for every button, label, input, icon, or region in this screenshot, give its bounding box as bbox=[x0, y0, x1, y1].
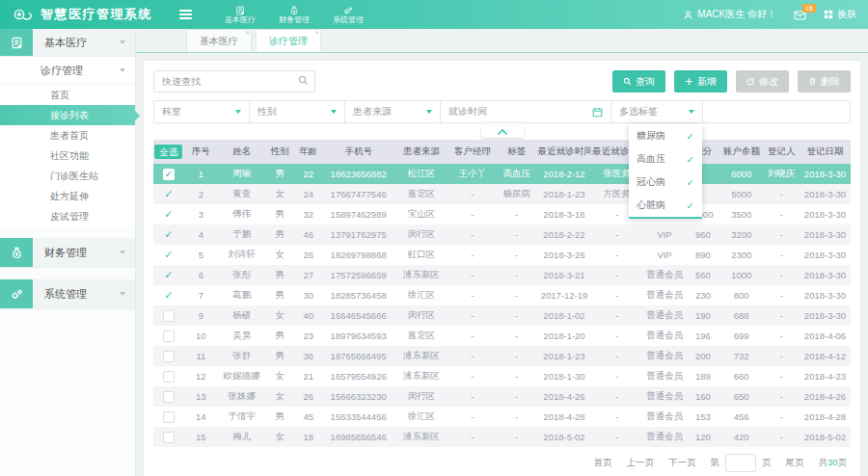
table-cell: 刘晓庆 bbox=[764, 164, 800, 184]
app-title: 智慧医疗管理系统 bbox=[41, 6, 152, 23]
patient-source-select[interactable]: 患者来源 bbox=[344, 100, 441, 123]
patient-source-label: 患者来源 bbox=[353, 105, 392, 119]
row-checkbox-checked[interactable]: ✓ bbox=[164, 228, 173, 240]
delete-button[interactable]: 删除 bbox=[798, 70, 851, 93]
row-checkbox-checked[interactable]: ✓ bbox=[164, 269, 173, 280]
table-row-1[interactable]: ✓2黄萱女2417667477546嘉定区-糖尿病2018-1-23方医师500… bbox=[153, 184, 851, 204]
top-nav-item-2[interactable]: 系统管理 bbox=[333, 6, 364, 24]
tag-option-2[interactable]: 冠心病✓ bbox=[629, 171, 702, 194]
table-row-13[interactable]: 15梅儿女1816985656546浦东新区--2018-5-02-普通会员12… bbox=[153, 427, 851, 447]
table-cell: 16985656546 bbox=[323, 427, 394, 447]
table-body: ✓1周瑜男2218623656882松江区王小丫高血压2018-2-12张医师6… bbox=[153, 164, 851, 447]
page-jump-input[interactable] bbox=[725, 454, 756, 472]
table-row-6[interactable]: ✓7葛鹏男3018285736458徐汇区--2017-12-19-普通会员23… bbox=[153, 285, 851, 305]
table-row-10[interactable]: 12欧妮德娜女2116579554926浦东新区--2018-1-30-普通会员… bbox=[153, 366, 851, 386]
table-row-4[interactable]: ✓5刘诗轩女2618269798868虹口区--2018-3-26-VIP890… bbox=[153, 245, 851, 265]
skin-button[interactable]: 换肤 bbox=[824, 8, 856, 21]
row-checkbox-checked[interactable]: ✓ bbox=[164, 208, 173, 220]
table-cell: 女 bbox=[265, 427, 294, 447]
mail-button[interactable]: 16 bbox=[794, 10, 806, 20]
table-cell: VIP bbox=[642, 225, 687, 245]
sidebar-submenu-title[interactable]: 诊疗管理 bbox=[0, 57, 135, 85]
tag-option-0[interactable]: 糖尿病✓ bbox=[629, 124, 702, 147]
hamburger-menu-icon[interactable] bbox=[179, 10, 192, 19]
close-icon[interactable]: × bbox=[245, 29, 250, 37]
row-checkbox[interactable] bbox=[163, 310, 175, 322]
table-cell: - bbox=[764, 326, 800, 346]
tag-option-3[interactable]: 心脏病✓ bbox=[629, 194, 702, 217]
row-checkbox[interactable] bbox=[163, 371, 175, 383]
multi-tag-select[interactable]: 多选标签 糖尿病✓高血压✓冠心病✓心脏病✓ bbox=[610, 100, 703, 123]
sidebar-item-0[interactable]: 首页 bbox=[0, 85, 135, 105]
pagination-next[interactable]: 下一页 bbox=[668, 457, 696, 469]
table-row-9[interactable]: 11张舒男3618765666495浦东新区--2018-1-23-普通会员20… bbox=[153, 346, 851, 366]
table-cell: - bbox=[591, 346, 642, 366]
pagination-prev[interactable]: 上一页 bbox=[626, 457, 654, 469]
sidebar-item-5[interactable]: 处方延伸 bbox=[0, 186, 135, 206]
tab-0[interactable]: 基本医疗× bbox=[186, 29, 252, 52]
user-greeting[interactable]: MACK医生 你好！ bbox=[683, 8, 776, 21]
pagination-last[interactable]: 尾页 bbox=[785, 457, 803, 469]
multi-tag-label: 多选标签 bbox=[619, 105, 658, 119]
table-cell: - bbox=[448, 225, 496, 245]
table-cell: 普通会员 bbox=[642, 427, 687, 447]
search-input[interactable] bbox=[153, 70, 315, 93]
skin-label: 换肤 bbox=[837, 8, 856, 21]
tag-option-1[interactable]: 高血压✓ bbox=[629, 147, 702, 171]
row-checkbox[interactable] bbox=[163, 432, 175, 443]
sidebar-section-0[interactable]: 财务管理 bbox=[0, 238, 135, 268]
table-row-3[interactable]: ✓4于鹏男4613791762975闵行区--2018-2-22-VIP9603… bbox=[153, 225, 851, 245]
table-row-7[interactable]: 9杨硕女4016646545666闵行区--2018-1-02-普通会员1906… bbox=[153, 305, 851, 326]
user-greeting-text: MACK医生 你好！ bbox=[697, 8, 776, 21]
row-checkbox-checked[interactable]: ✓ bbox=[163, 169, 175, 180]
gender-select[interactable]: 性别 bbox=[249, 100, 345, 123]
table-row-5[interactable]: ✓6张彤男2717572596659浦东新区--2018-3-21-普通会员56… bbox=[153, 265, 851, 285]
collapse-filters-button[interactable] bbox=[481, 126, 524, 138]
visit-time-datepicker[interactable]: 就诊时间 bbox=[440, 100, 611, 123]
table-row-0[interactable]: ✓1周瑜男2218623656882松江区王小丫高血压2018-2-12张医师6… bbox=[153, 164, 851, 184]
edit-button[interactable]: 修改 bbox=[736, 70, 789, 93]
pagination-first[interactable]: 首页 bbox=[593, 457, 611, 469]
top-nav-item-1[interactable]: 财务管理 bbox=[279, 6, 310, 24]
sidebar-item-6[interactable]: 皮试管理 bbox=[0, 206, 135, 226]
table-row-12[interactable]: 14于倩宇男4515633544456徐汇区--2018-4-28-普通会员15… bbox=[153, 407, 851, 427]
sidebar-section-basic-medical[interactable]: 基本医疗 bbox=[0, 29, 135, 57]
table-cell: 15633544456 bbox=[323, 407, 394, 427]
table-row-2[interactable]: ✓3傅伟男3215897462989宝山区--2018-3-16-VIP1000… bbox=[153, 204, 851, 225]
table-cell: 嘉定区 bbox=[394, 184, 448, 204]
filter-extra-field[interactable] bbox=[702, 100, 851, 123]
table-cell: - bbox=[448, 326, 496, 346]
row-checkbox[interactable] bbox=[163, 391, 175, 403]
sidebar-item-4[interactable]: 门诊医生站 bbox=[0, 166, 135, 186]
add-button[interactable]: 新增 bbox=[674, 70, 727, 93]
column-header: 性别 bbox=[265, 140, 294, 164]
query-button[interactable]: 查询 bbox=[612, 70, 665, 93]
row-checkbox[interactable] bbox=[163, 351, 175, 362]
topbar: 智慧医疗管理系统 基本医疗财务管理系统管理 MACK医生 你好！ 16 bbox=[0, 0, 868, 29]
sidebar-item-2[interactable]: 患者首页 bbox=[0, 125, 135, 145]
row-checkbox[interactable] bbox=[163, 411, 175, 423]
top-nav-item-0[interactable]: 基本医疗 bbox=[225, 6, 256, 24]
sidebar-section-1[interactable]: 系统管理 bbox=[0, 279, 135, 309]
table-cell: 2018-3-30 bbox=[800, 225, 851, 245]
table-cell: - bbox=[496, 285, 536, 305]
table-cell: 160 bbox=[687, 386, 719, 407]
table-cell: 456 bbox=[719, 407, 764, 427]
select-all-button[interactable]: 全选 bbox=[154, 145, 182, 160]
tab-bar: 基本医疗×诊疗管理× bbox=[136, 29, 868, 53]
row-checkbox-checked[interactable]: ✓ bbox=[164, 249, 173, 260]
row-checkbox-checked[interactable]: ✓ bbox=[164, 289, 173, 301]
row-checkbox[interactable] bbox=[163, 331, 175, 342]
sidebar-item-3[interactable]: 社区功能 bbox=[0, 145, 135, 166]
table-row-8[interactable]: 10吴昊男2318979634593嘉定区--2018-1-20-普通会员196… bbox=[153, 326, 851, 346]
table-cell: 10 bbox=[184, 326, 218, 346]
department-select[interactable]: 科室 bbox=[153, 100, 250, 123]
table-cell: 于鹏 bbox=[218, 225, 265, 245]
sidebar-item-1[interactable]: 接诊列表 bbox=[0, 105, 135, 125]
tab-1[interactable]: 诊疗管理× bbox=[256, 29, 321, 52]
table-cell: 2018-4-23 bbox=[800, 366, 851, 386]
table-cell: 男 bbox=[265, 326, 294, 346]
close-icon[interactable]: × bbox=[314, 29, 319, 37]
row-checkbox-checked[interactable]: ✓ bbox=[164, 188, 173, 199]
table-row-11[interactable]: 13张姝娜女2615666323230闵行区--2018-4-26-普通会员16… bbox=[153, 386, 851, 407]
